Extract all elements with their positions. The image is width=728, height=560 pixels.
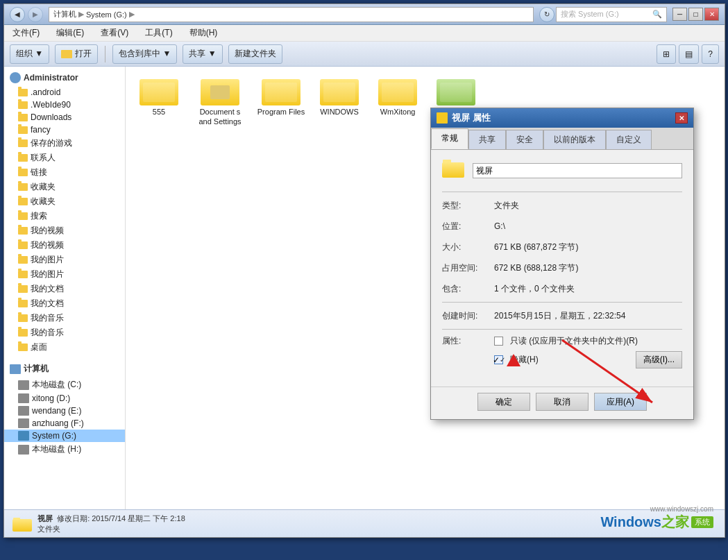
tab-security[interactable]: 安全 [506, 130, 543, 149]
dialog-title-bar: 视屏 属性 ✕ [431, 108, 693, 128]
tab-general[interactable]: 常规 [431, 128, 468, 149]
disk-size-value: 672 KB (688,128 字节) [494, 260, 578, 275]
created-label: 创建时间: [442, 308, 494, 323]
arrow-up-indicator [507, 354, 520, 366]
created-row: 创建时间: 2015年5月15日，星期五，22:32:54 [442, 308, 682, 323]
folder-name-input[interactable] [473, 163, 682, 178]
disk-size-row: 占用空间: 672 KB (688,128 字节) [442, 260, 682, 275]
size-row: 大小: 671 KB (687,872 字节) [442, 239, 682, 255]
contains-label: 包含: [442, 281, 494, 296]
created-value: 2015年5月15日，星期五，22:32:54 [494, 308, 625, 323]
size-label: 大小: [442, 239, 494, 255]
tab-custom[interactable]: 自定义 [606, 130, 652, 149]
disk-size-label: 占用空间: [442, 260, 494, 275]
ok-button[interactable]: 确定 [477, 393, 530, 411]
type-value: 文件夹 [494, 198, 519, 213]
svg-line-1 [562, 340, 652, 402]
dialog-title: 视屏 属性 [452, 112, 491, 124]
location-label: 位置: [442, 219, 494, 234]
location-value: G:\ [494, 219, 505, 234]
hidden-checkbox[interactable]: ✓ [494, 355, 503, 364]
dialog-name-row [442, 158, 682, 183]
dialog-tabs: 常规 共享 安全 以前的版本 自定义 [431, 128, 693, 150]
contains-value: 1 个文件，0 个文件夹 [494, 281, 575, 296]
type-row: 类型: 文件夹 [442, 198, 682, 213]
tab-share[interactable]: 共享 [468, 130, 506, 149]
location-row: 位置: G:\ [442, 219, 682, 234]
dialog-close-button[interactable]: ✕ [675, 112, 688, 124]
arrow-diagonal-indicator [548, 333, 673, 416]
dialog-folder-preview [442, 158, 464, 178]
size-value: 671 KB (687,872 字节) [494, 239, 578, 255]
tab-prev-versions[interactable]: 以前的版本 [543, 130, 606, 149]
type-label: 类型: [442, 198, 494, 213]
readonly-checkbox[interactable] [494, 337, 503, 346]
dialog-folder-icon [437, 112, 448, 124]
contains-row: 包含: 1 个文件，0 个文件夹 [442, 281, 682, 296]
attr-label: 属性: [442, 335, 494, 347]
dialog-overlay: 视屏 属性 ✕ 常规 共享 安全 以前的版本 自定义 类型: [0, 0, 728, 560]
